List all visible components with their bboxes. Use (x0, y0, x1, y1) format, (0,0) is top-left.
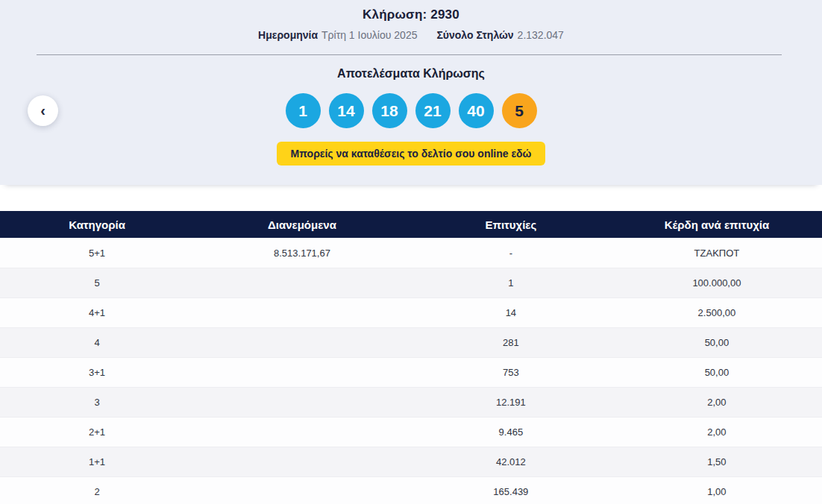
cell-payout: 50,00 (612, 337, 822, 348)
draw-title: Κλήρωση: 2930 (0, 0, 822, 22)
cell-payout: 1,00 (612, 486, 822, 497)
results-section: ‹ Αποτελέσματα Κλήρωσης 1141821405 Μπορε… (0, 55, 822, 185)
draw-date-label: Ημερομηνία (258, 29, 318, 41)
cell-winners: 9.465 (410, 426, 612, 438)
section-gap (0, 185, 822, 211)
cell-category: 4 (0, 337, 194, 348)
cell-category: 4+1 (0, 307, 194, 318)
cell-winners: 1 (410, 277, 612, 289)
cell-category: 3+1 (0, 367, 194, 378)
prize-table: ΚατηγορίαΔιανεμόμεναΕπιτυχίεςΚέρδη ανά ε… (0, 211, 822, 504)
cell-winners: - (410, 248, 612, 259)
cell-payout: 100.000,00 (612, 277, 822, 289)
table-row: 2+19.4652,00 (0, 417, 822, 447)
cell-payout: 2.500,00 (612, 307, 822, 318)
cell-winners: 12.191 (410, 397, 612, 408)
winning-numbers: 1141821405 (286, 93, 537, 128)
joker-number-ball: 5 (502, 93, 537, 128)
cell-distributed: 8.513.171,67 (194, 248, 410, 259)
table-row: 2165.4391,00 (0, 476, 822, 504)
column-header: Κατηγορία (0, 218, 194, 231)
draw-date: ΗμερομηνίαΤρίτη 1 Ιουλίου 2025 (258, 29, 417, 41)
previous-draw-button[interactable]: ‹ (28, 95, 58, 126)
cell-payout: ΤΖΑΚΠΟΤ (612, 248, 822, 259)
table-row: 3+175350,00 (0, 357, 822, 387)
total-columns-value: 2.132.047 (518, 29, 564, 41)
cell-payout: 1,50 (612, 456, 822, 467)
cell-category: 5+1 (0, 248, 194, 259)
total-columns: Σύνολο Στηλών2.132.047 (436, 29, 563, 41)
cell-winners: 753 (410, 367, 612, 378)
cell-category: 1+1 (0, 456, 194, 467)
lottery-results-page: Κλήρωση: 2930 ΗμερομηνίαΤρίτη 1 Ιουλίου … (0, 0, 822, 504)
draw-meta: ΗμερομηνίαΤρίτη 1 Ιουλίου 2025 Σύνολο Στ… (0, 29, 822, 41)
column-header: Κέρδη ανά επιτυχία (612, 218, 822, 231)
draw-date-value: Τρίτη 1 Ιουλίου 2025 (321, 29, 417, 41)
cell-payout: 50,00 (612, 367, 822, 378)
cell-payout: 2,00 (612, 397, 822, 408)
cell-category: 2+1 (0, 426, 194, 438)
total-columns-label: Σύνολο Στηλών (436, 29, 513, 41)
winning-number-ball: 21 (415, 93, 451, 128)
draw-header: Κλήρωση: 2930 ΗμερομηνίαΤρίτη 1 Ιουλίου … (0, 0, 822, 55)
table-row: 51100.000,00 (0, 268, 822, 297)
submit-ticket-online-button[interactable]: Μπορείς να καταθέσεις το δελτίο σου onli… (277, 142, 546, 166)
prize-table-header: ΚατηγορίαΔιανεμόμεναΕπιτυχίεςΚέρδη ανά ε… (0, 211, 822, 238)
cell-winners: 281 (410, 337, 612, 348)
cell-payout: 2,00 (612, 426, 822, 438)
cell-winners: 165.439 (410, 486, 612, 497)
table-row: 4+1142.500,00 (0, 297, 822, 327)
table-row: 428150,00 (0, 327, 822, 357)
winning-number-ball: 14 (329, 93, 364, 128)
cell-category: 5 (0, 277, 194, 289)
cell-winners: 14 (410, 307, 612, 318)
cell-category: 3 (0, 397, 194, 408)
column-header: Επιτυχίες (410, 218, 612, 231)
table-row: 312.1912,00 (0, 387, 822, 417)
table-row: 1+142.0121,50 (0, 447, 822, 476)
winning-number-ball: 18 (372, 93, 407, 128)
results-title: Αποτελέσματα Κλήρωσης (337, 67, 485, 81)
column-header: Διανεμόμενα (194, 218, 410, 231)
table-row: 5+18.513.171,67-ΤΖΑΚΠΟΤ (0, 238, 822, 268)
prize-table-body: 5+18.513.171,67-ΤΖΑΚΠΟΤ51100.000,004+114… (0, 238, 822, 504)
cell-category: 2 (0, 486, 194, 497)
winning-number-ball: 40 (459, 93, 494, 128)
cell-winners: 42.012 (410, 456, 612, 467)
chevron-left-icon: ‹ (40, 103, 46, 118)
winning-number-ball: 1 (286, 93, 321, 128)
